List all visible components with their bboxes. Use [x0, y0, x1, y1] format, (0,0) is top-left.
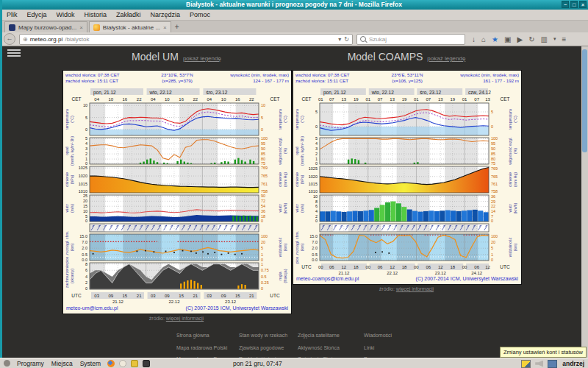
svg-text:0: 0: [85, 127, 87, 132]
um-meteogram: wschód słońca: 07:38 CETzachód słońca: 1…: [62, 70, 292, 314]
menu-item-narzędzia[interactable]: Narzędzia: [151, 11, 181, 18]
send-tab-icon[interactable]: ▶: [517, 35, 523, 43]
svg-text:13: 13: [485, 97, 490, 102]
svg-text:zachód słońca: 15:11 CET: zachód słońca: 15:11 CET: [65, 78, 118, 83]
taskbar-menu-miejsca[interactable]: Miejsca: [51, 360, 73, 367]
home-icon[interactable]: ⌂: [481, 35, 486, 43]
menu-item-plik[interactable]: Plik: [7, 11, 18, 18]
tab-2[interactable]: Białystok - aktualne ...×: [89, 21, 171, 32]
taskbar-menu-system[interactable]: System: [80, 360, 101, 367]
tab-close-icon[interactable]: ×: [163, 24, 167, 31]
distro-menu-icon[interactable]: [4, 360, 10, 367]
close-button[interactable]: ×: [579, 1, 587, 8]
svg-text:1: 1: [261, 262, 263, 266]
menu-item-historia[interactable]: Historia: [85, 11, 107, 18]
svg-text:14: 14: [491, 209, 495, 213]
menu-item-zakładki[interactable]: Zakładki: [116, 11, 141, 18]
menu-item-pomoc[interactable]: Pomoc: [190, 11, 210, 18]
svg-text:06: 06: [378, 265, 383, 269]
svg-text:761: 761: [261, 182, 268, 186]
notification-icon[interactable]: [521, 360, 531, 368]
svg-text:36: 36: [491, 194, 495, 199]
more-info-link[interactable]: więcej informacji: [396, 286, 434, 291]
url-domain: meteo.org.pl: [30, 36, 62, 43]
svg-text:3: 3: [315, 146, 318, 151]
refresh-icon[interactable]: ↻: [528, 35, 534, 43]
svg-text:18: 18: [450, 265, 455, 269]
page-scrollbar[interactable]: [581, 46, 588, 358]
svg-text:(m/s): (m/s): [300, 204, 304, 213]
site-menu-icon[interactable]: [7, 49, 21, 59]
footer-link[interactable]: Wiadomości: [364, 333, 392, 338]
svg-text:UTC: UTC: [71, 293, 82, 298]
tab-close-icon[interactable]: ×: [79, 24, 83, 31]
url-bar[interactable]: ⊕ meteo.org.pl/bialystok ▾ ↻: [19, 34, 353, 45]
volume-icon[interactable]: [535, 361, 543, 367]
terminal-icon[interactable]: [143, 360, 150, 367]
svg-text:3: 3: [85, 146, 87, 151]
svg-text:(m/s): (m/s): [70, 204, 74, 213]
footer-link[interactable]: Linki: [364, 345, 374, 350]
firefox-icon[interactable]: [107, 360, 115, 367]
svg-text:124 - 167 - 177 m: 124 - 167 - 177 m: [253, 78, 289, 83]
url-dropdown-caret[interactable]: ▾: [338, 36, 341, 43]
footer-link[interactable]: Stan wody w rzekach: [239, 333, 287, 338]
svg-text:6: 6: [315, 204, 318, 208]
svg-text:20: 20: [261, 240, 265, 244]
svg-text:09: 09: [108, 294, 113, 298]
back-button[interactable]: ←: [4, 33, 15, 45]
navigation-toolbar: ← ⊕ meteo.org.pl/bialystok ▾ ↻ Szukaj ↓⌂…: [0, 32, 588, 46]
window-titlebar[interactable]: Białystok - aktualne warunki i prognoza …: [0, 0, 588, 10]
new-tab-button[interactable]: +: [175, 22, 179, 32]
svg-text:wilgotność wzgl.: wilgotność wzgl.: [278, 137, 282, 164]
downloads-icon[interactable]: ↓: [472, 35, 476, 43]
panel-kierunek-wiatru: [90, 224, 259, 232]
bookmark-star-icon[interactable]: ★: [492, 35, 498, 43]
svg-text:5: 5: [85, 116, 87, 120]
svg-text:(oktanty): (oktanty): [70, 269, 74, 283]
menu-item-edycja[interactable]: Edycja: [27, 11, 47, 18]
more-info-link[interactable]: więcej informacji: [166, 316, 204, 321]
svg-text:10: 10: [83, 209, 87, 213]
menu-item-widok[interactable]: Widok: [57, 11, 75, 18]
url-path: /bialystok: [65, 36, 89, 43]
show-legend-link[interactable]: pokaż legendę: [183, 55, 221, 62]
svg-text:07: 07: [329, 97, 334, 102]
contact-email-link[interactable]: meteo-um@icm.edu.pl: [66, 305, 118, 311]
svg-text:10: 10: [261, 103, 265, 107]
notes-icon[interactable]: [131, 360, 138, 367]
taskbar-menu-programy[interactable]: Programy: [17, 360, 44, 367]
svg-text:wto, 22.12: wto, 22.12: [371, 90, 394, 95]
software-update-icon[interactable]: [119, 360, 126, 367]
svg-text:23°6'E, 53°11'N: 23°6'E, 53°11'N: [392, 72, 423, 77]
taskbar-clock[interactable]: pon 21 gru, 07:47: [233, 358, 282, 368]
search-input[interactable]: Szukaj: [356, 34, 465, 45]
minimize-button[interactable]: −: [562, 1, 569, 8]
pocket-icon[interactable]: ▣: [504, 35, 511, 43]
svg-text:21: 21: [137, 294, 142, 298]
maximize-button[interactable]: □: [570, 1, 578, 8]
tab-1[interactable]: Mapy burzowo-opad...×: [4, 21, 87, 32]
svg-text:15: 15: [235, 294, 240, 298]
footer-link[interactable]: Aktywność Słońca: [298, 345, 340, 350]
bookmarks-menu-icon[interactable]: ▥: [541, 35, 548, 43]
app-menu-icon[interactable]: ≡: [562, 35, 567, 43]
overflow-caret-icon[interactable]: ▾: [553, 36, 556, 42]
footer-link[interactable]: Zdjęcia satelitarne: [298, 333, 340, 338]
svg-text:widzialność: widzialność: [508, 237, 512, 257]
svg-text:temperatura: temperatura: [278, 109, 282, 130]
reload-icon[interactable]: ↻: [344, 36, 349, 43]
footer-link[interactable]: Mapa radarowa Polski: [176, 345, 227, 350]
network-icon[interactable]: [548, 360, 557, 368]
show-legend-link[interactable]: pokaż legendę: [427, 55, 465, 62]
search-placeholder: Szukaj: [369, 36, 387, 43]
svg-text:1020: 1020: [309, 174, 318, 179]
contact-email-link[interactable]: meteo-coamps@icm.edu.pl: [296, 276, 359, 282]
footer-link[interactable]: Zjawiska pogodowe: [239, 345, 284, 350]
svg-text:0: 0: [491, 258, 493, 262]
svg-text:(°C): (°C): [283, 116, 287, 123]
footer-link[interactable]: Strona główna: [176, 333, 209, 338]
site-identity-icon[interactable]: ⊕: [23, 36, 28, 43]
scrollbar-thumb[interactable]: [582, 49, 587, 152]
svg-text:19: 19: [354, 97, 359, 102]
